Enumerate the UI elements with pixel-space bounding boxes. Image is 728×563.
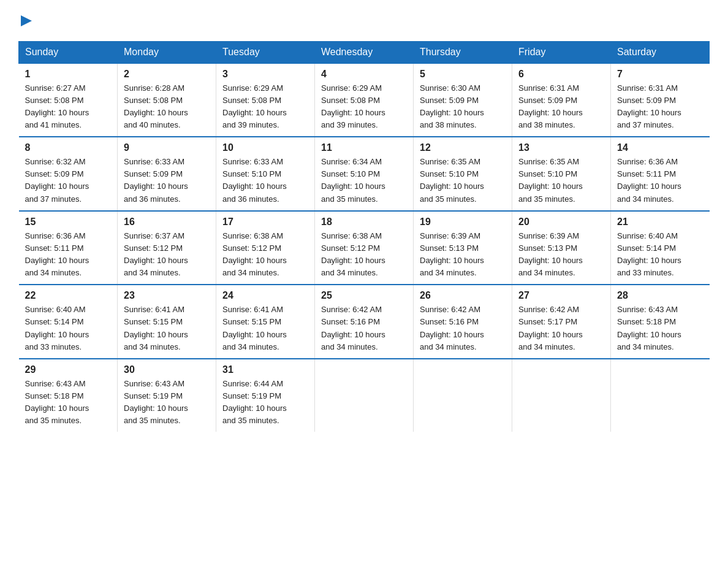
- day-info: Sunrise: 6:35 AMSunset: 5:10 PMDaylight:…: [518, 157, 583, 203]
- day-number: 28: [617, 290, 703, 301]
- day-number: 29: [25, 364, 112, 375]
- day-cell: 27 Sunrise: 6:42 AMSunset: 5:17 PMDaylig…: [512, 285, 611, 359]
- day-info: Sunrise: 6:39 AMSunset: 5:13 PMDaylight:…: [420, 231, 484, 277]
- day-number: 15: [25, 216, 112, 228]
- day-number: 27: [518, 290, 604, 301]
- day-info: Sunrise: 6:43 AMSunset: 5:18 PMDaylight:…: [617, 305, 681, 351]
- day-cell: 18 Sunrise: 6:38 AMSunset: 5:12 PMDaylig…: [315, 211, 414, 285]
- day-cell: 21 Sunrise: 6:40 AMSunset: 5:14 PMDaylig…: [611, 211, 710, 285]
- day-info: Sunrise: 6:36 AMSunset: 5:11 PMDaylight:…: [25, 231, 89, 277]
- day-number: 2: [124, 69, 210, 80]
- day-cell: 24 Sunrise: 6:41 AMSunset: 5:15 PMDaylig…: [216, 285, 315, 359]
- day-number: 14: [617, 142, 703, 153]
- day-number: 23: [124, 290, 210, 301]
- day-number: 13: [518, 142, 604, 153]
- day-info: Sunrise: 6:42 AMSunset: 5:17 PMDaylight:…: [518, 305, 583, 351]
- week-row-5: 29 Sunrise: 6:43 AMSunset: 5:18 PMDaylig…: [19, 359, 710, 432]
- day-cell: 6 Sunrise: 6:31 AMSunset: 5:09 PMDayligh…: [512, 63, 611, 137]
- calendar-table: SundayMondayTuesdayWednesdayThursdayFrid…: [18, 41, 710, 432]
- day-info: Sunrise: 6:29 AMSunset: 5:08 PMDaylight:…: [321, 83, 385, 129]
- day-info: Sunrise: 6:35 AMSunset: 5:10 PMDaylight:…: [420, 157, 484, 203]
- day-cell: 12 Sunrise: 6:35 AMSunset: 5:10 PMDaylig…: [414, 137, 512, 211]
- week-row-2: 8 Sunrise: 6:32 AMSunset: 5:09 PMDayligh…: [19, 137, 710, 211]
- day-cell: 7 Sunrise: 6:31 AMSunset: 5:09 PMDayligh…: [611, 63, 710, 137]
- header-cell-friday: Friday: [512, 41, 611, 63]
- day-cell: [315, 359, 414, 432]
- day-number: 26: [420, 290, 506, 301]
- page-header: [18, 12, 710, 30]
- day-info: Sunrise: 6:36 AMSunset: 5:11 PMDaylight:…: [617, 157, 681, 203]
- day-cell: 15 Sunrise: 6:36 AMSunset: 5:11 PMDaylig…: [19, 211, 118, 285]
- day-number: 21: [617, 216, 703, 228]
- day-info: Sunrise: 6:33 AMSunset: 5:09 PMDaylight:…: [124, 157, 188, 203]
- header-cell-thursday: Thursday: [414, 41, 512, 63]
- day-number: 22: [25, 290, 112, 301]
- day-info: Sunrise: 6:37 AMSunset: 5:12 PMDaylight:…: [124, 231, 188, 277]
- svg-marker-0: [21, 15, 32, 26]
- day-cell: [512, 359, 611, 432]
- day-cell: 4 Sunrise: 6:29 AMSunset: 5:08 PMDayligh…: [315, 63, 414, 137]
- logo: [18, 12, 32, 30]
- day-info: Sunrise: 6:34 AMSunset: 5:10 PMDaylight:…: [321, 157, 385, 203]
- day-cell: 13 Sunrise: 6:35 AMSunset: 5:10 PMDaylig…: [512, 137, 611, 211]
- day-number: 18: [321, 216, 407, 228]
- day-info: Sunrise: 6:44 AMSunset: 5:19 PMDaylight:…: [222, 379, 287, 425]
- day-info: Sunrise: 6:31 AMSunset: 5:09 PMDaylight:…: [617, 83, 681, 129]
- week-row-1: 1 Sunrise: 6:27 AMSunset: 5:08 PMDayligh…: [19, 63, 710, 137]
- day-info: Sunrise: 6:28 AMSunset: 5:08 PMDaylight:…: [124, 83, 188, 129]
- logo-text-blue: [18, 12, 32, 30]
- day-info: Sunrise: 6:41 AMSunset: 5:15 PMDaylight:…: [124, 305, 188, 351]
- day-cell: 31 Sunrise: 6:44 AMSunset: 5:19 PMDaylig…: [216, 359, 315, 432]
- day-info: Sunrise: 6:42 AMSunset: 5:16 PMDaylight:…: [321, 305, 385, 351]
- day-cell: 9 Sunrise: 6:33 AMSunset: 5:09 PMDayligh…: [118, 137, 216, 211]
- day-number: 25: [321, 290, 407, 301]
- day-info: Sunrise: 6:42 AMSunset: 5:16 PMDaylight:…: [420, 305, 484, 351]
- day-info: Sunrise: 6:27 AMSunset: 5:08 PMDaylight:…: [25, 83, 89, 129]
- header-cell-monday: Monday: [118, 41, 216, 63]
- day-cell: 22 Sunrise: 6:40 AMSunset: 5:14 PMDaylig…: [19, 285, 118, 359]
- calendar-body: 1 Sunrise: 6:27 AMSunset: 5:08 PMDayligh…: [19, 63, 710, 432]
- day-cell: 5 Sunrise: 6:30 AMSunset: 5:09 PMDayligh…: [414, 63, 512, 137]
- header-cell-tuesday: Tuesday: [216, 41, 315, 63]
- header-cell-sunday: Sunday: [19, 41, 118, 63]
- day-number: 4: [321, 69, 407, 80]
- week-row-3: 15 Sunrise: 6:36 AMSunset: 5:11 PMDaylig…: [19, 211, 710, 285]
- day-number: 16: [124, 216, 210, 228]
- day-info: Sunrise: 6:38 AMSunset: 5:12 PMDaylight:…: [321, 231, 385, 277]
- day-cell: 19 Sunrise: 6:39 AMSunset: 5:13 PMDaylig…: [414, 211, 512, 285]
- day-info: Sunrise: 6:31 AMSunset: 5:09 PMDaylight:…: [518, 83, 583, 129]
- day-cell: [414, 359, 512, 432]
- day-info: Sunrise: 6:43 AMSunset: 5:19 PMDaylight:…: [124, 379, 188, 425]
- day-cell: 10 Sunrise: 6:33 AMSunset: 5:10 PMDaylig…: [216, 137, 315, 211]
- day-cell: 26 Sunrise: 6:42 AMSunset: 5:16 PMDaylig…: [414, 285, 512, 359]
- header-cell-wednesday: Wednesday: [315, 41, 414, 63]
- day-number: 1: [25, 69, 112, 80]
- day-number: 19: [420, 216, 506, 228]
- day-number: 20: [518, 216, 604, 228]
- header-cell-saturday: Saturday: [611, 41, 710, 63]
- day-info: Sunrise: 6:33 AMSunset: 5:10 PMDaylight:…: [222, 157, 287, 203]
- day-info: Sunrise: 6:32 AMSunset: 5:09 PMDaylight:…: [25, 157, 89, 203]
- day-number: 30: [124, 364, 210, 375]
- day-number: 7: [617, 69, 703, 80]
- day-cell: 20 Sunrise: 6:39 AMSunset: 5:13 PMDaylig…: [512, 211, 611, 285]
- day-info: Sunrise: 6:30 AMSunset: 5:09 PMDaylight:…: [420, 83, 484, 129]
- day-info: Sunrise: 6:41 AMSunset: 5:15 PMDaylight:…: [222, 305, 287, 351]
- day-cell: 14 Sunrise: 6:36 AMSunset: 5:11 PMDaylig…: [611, 137, 710, 211]
- day-number: 9: [124, 142, 210, 153]
- week-row-4: 22 Sunrise: 6:40 AMSunset: 5:14 PMDaylig…: [19, 285, 710, 359]
- day-cell: 29 Sunrise: 6:43 AMSunset: 5:18 PMDaylig…: [19, 359, 118, 432]
- day-number: 17: [222, 216, 308, 228]
- day-cell: 28 Sunrise: 6:43 AMSunset: 5:18 PMDaylig…: [611, 285, 710, 359]
- day-cell: 25 Sunrise: 6:42 AMSunset: 5:16 PMDaylig…: [315, 285, 414, 359]
- day-info: Sunrise: 6:43 AMSunset: 5:18 PMDaylight:…: [25, 379, 89, 425]
- day-cell: 17 Sunrise: 6:38 AMSunset: 5:12 PMDaylig…: [216, 211, 315, 285]
- day-number: 6: [518, 69, 604, 80]
- day-info: Sunrise: 6:39 AMSunset: 5:13 PMDaylight:…: [518, 231, 583, 277]
- calendar-header: SundayMondayTuesdayWednesdayThursdayFrid…: [19, 41, 710, 63]
- day-cell: 23 Sunrise: 6:41 AMSunset: 5:15 PMDaylig…: [118, 285, 216, 359]
- day-info: Sunrise: 6:38 AMSunset: 5:12 PMDaylight:…: [222, 231, 287, 277]
- day-number: 11: [321, 142, 407, 153]
- day-cell: 30 Sunrise: 6:43 AMSunset: 5:19 PMDaylig…: [118, 359, 216, 432]
- header-row: SundayMondayTuesdayWednesdayThursdayFrid…: [19, 41, 710, 63]
